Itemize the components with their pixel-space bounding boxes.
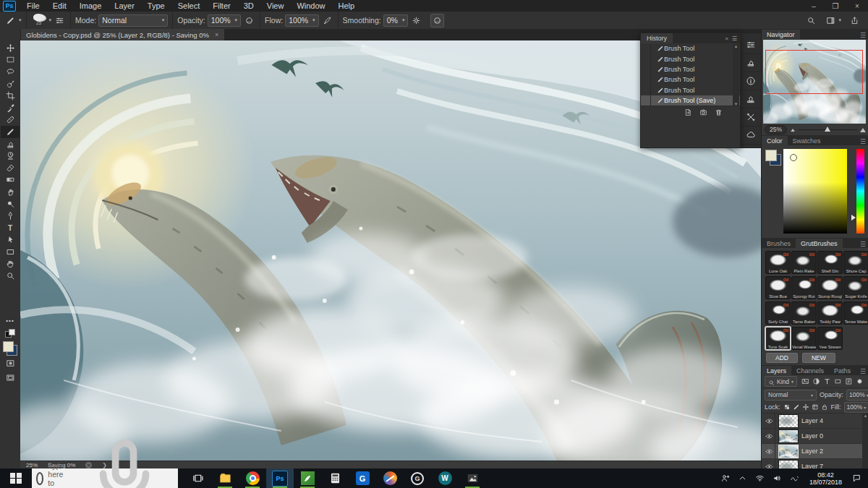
tab-brushes-grutbrushes[interactable]: GrutBrushes xyxy=(796,239,843,248)
brushes-menu-icon[interactable]: ☰ xyxy=(860,241,868,248)
layers-menu-icon[interactable]: ☰ xyxy=(860,368,868,375)
navigator-zoom-field[interactable]: 25% xyxy=(765,125,787,134)
menu-layer[interactable]: Layer xyxy=(108,0,141,12)
taskbar-sketch-app[interactable] xyxy=(294,468,321,488)
navigator-zoom-slider[interactable] xyxy=(790,128,866,132)
brush-tile[interactable]: OilTeddy Paw xyxy=(817,301,843,325)
lock-transparent-icon[interactable] xyxy=(783,403,791,411)
menu-select[interactable]: Select xyxy=(171,0,207,12)
brush-tile[interactable]: OilLone Oak xyxy=(765,251,791,274)
brush-tile[interactable]: OilYew Strewn xyxy=(817,327,843,350)
filter-toggle-icon[interactable] xyxy=(856,377,864,385)
menu-file[interactable]: File xyxy=(20,0,46,12)
saturation-field[interactable] xyxy=(783,149,847,234)
adjustment-filter-icon[interactable] xyxy=(812,377,820,385)
delete-icon[interactable] xyxy=(715,108,723,116)
flow-select[interactable]: 100%▾ xyxy=(285,14,318,27)
taskbar-painter-app[interactable] xyxy=(376,468,404,488)
navigator-thumbnail[interactable] xyxy=(763,40,866,124)
new-snapshot-icon[interactable] xyxy=(699,108,707,116)
layer-thumbnail[interactable] xyxy=(778,445,799,458)
tab-color-swatches[interactable]: Swatches xyxy=(788,136,826,145)
history-entry[interactable]: Brush Tool xyxy=(641,43,740,53)
history-scrollbar[interactable]: ▲▼ xyxy=(733,44,739,106)
panel-clone-source-button[interactable] xyxy=(741,54,761,72)
brush-tile[interactable]: OilPlein Rake xyxy=(791,251,817,274)
tool-rectangle[interactable] xyxy=(1,246,20,258)
tool-clone-stamp[interactable] xyxy=(1,138,20,150)
tool-pen[interactable] xyxy=(1,210,20,222)
color-menu-icon[interactable]: ☰ xyxy=(860,138,868,145)
taskbar-clock[interactable]: 08:42 18/07/2018 xyxy=(805,471,846,486)
panel-menu-icon[interactable]: ☰ xyxy=(732,35,737,42)
tab-navigator[interactable]: Navigator xyxy=(762,30,800,39)
layer-row[interactable]: Layer 2 xyxy=(762,444,868,459)
navigator-menu-icon[interactable]: ☰ xyxy=(860,32,868,39)
quick-mask-button[interactable] xyxy=(1,358,20,370)
tray-volume[interactable] xyxy=(769,468,786,488)
tab-history[interactable]: History xyxy=(641,33,673,43)
zoom-slider-thumb[interactable] xyxy=(825,127,830,132)
foreground-color-swatch[interactable] xyxy=(3,341,14,352)
add-button[interactable]: ADD xyxy=(766,353,798,363)
type-filter-icon[interactable] xyxy=(823,377,831,385)
smoothing-select[interactable]: 0%▾ xyxy=(383,14,409,27)
taskbar-file-explorer[interactable] xyxy=(211,468,239,488)
tool-move[interactable] xyxy=(1,42,20,54)
navigator-view-rect[interactable] xyxy=(765,50,864,95)
menu-3d[interactable]: 3D xyxy=(237,0,260,12)
tool-dodge[interactable] xyxy=(1,198,20,210)
document-tab[interactable]: Globidens - Copy.psd @ 25% (Layer 2, RGB… xyxy=(20,29,224,40)
shape-filter-icon[interactable] xyxy=(834,377,842,385)
hue-bar[interactable] xyxy=(856,149,864,234)
taskbar-task-view[interactable] xyxy=(184,468,211,488)
tab-close-icon[interactable]: × xyxy=(215,31,218,38)
tool-type[interactable]: T xyxy=(1,222,20,234)
zoom-out-icon[interactable] xyxy=(791,128,795,131)
more-tools-button[interactable]: ••• xyxy=(1,314,20,327)
tray-wifi[interactable] xyxy=(752,468,769,488)
brush-tile[interactable]: OilShelf Din xyxy=(817,251,843,274)
start-button[interactable] xyxy=(0,468,32,488)
tool-gradient[interactable] xyxy=(1,174,20,187)
tab-color-color[interactable]: Color xyxy=(762,136,788,145)
layer-name[interactable]: Layer 2 xyxy=(801,448,823,455)
pixel-filter-icon[interactable] xyxy=(801,377,809,385)
layer-name[interactable]: Layer 0 xyxy=(801,432,823,440)
color-cursor[interactable] xyxy=(790,154,797,161)
photoshop-logo[interactable]: Ps xyxy=(3,1,16,12)
screen-mode-button[interactable] xyxy=(1,372,20,384)
tool-marquee[interactable] xyxy=(1,54,20,67)
tool-path-selection[interactable] xyxy=(1,234,20,247)
menu-edit[interactable]: Edit xyxy=(46,0,73,12)
panel-cc-libraries-button[interactable] xyxy=(741,127,761,145)
menu-window[interactable]: Window xyxy=(290,0,331,12)
layer-thumbnail[interactable] xyxy=(778,429,799,443)
share-icon[interactable] xyxy=(848,14,861,27)
panel-tools-button[interactable] xyxy=(741,108,761,127)
tool-eraser[interactable] xyxy=(1,162,20,174)
layer-thumbnail[interactable] xyxy=(778,414,799,428)
pressure-size-icon[interactable] xyxy=(430,14,444,27)
menu-filter[interactable]: Filter xyxy=(206,0,237,12)
lock-all-icon[interactable] xyxy=(821,403,828,411)
menu-help[interactable]: Help xyxy=(332,0,362,12)
taskbar-chrome[interactable] xyxy=(239,468,266,488)
blend-mode-select[interactable]: Normal▾ xyxy=(98,14,168,27)
panel-brush-settings-button[interactable] xyxy=(741,36,761,54)
panel-tool-presets-button[interactable] xyxy=(741,90,761,108)
lock-pixels-icon[interactable] xyxy=(793,403,800,411)
tab-layers-paths[interactable]: Paths xyxy=(829,366,856,375)
brush-tile[interactable]: OilSpongy Rut xyxy=(791,276,817,299)
tab-brushes-brushes[interactable]: Brushes xyxy=(762,239,796,248)
taskbar-search[interactable]: Type here to search xyxy=(32,468,178,488)
zoom-in-icon[interactable] xyxy=(860,128,866,132)
airbrush-icon[interactable] xyxy=(321,14,333,27)
minimize-button[interactable]: – xyxy=(803,0,825,12)
tool-preset-picker[interactable]: ▾ xyxy=(0,12,27,29)
taskbar-g-circle-app[interactable]: G xyxy=(404,468,431,488)
action-center-icon[interactable] xyxy=(848,468,865,488)
gear-icon[interactable] xyxy=(410,14,422,27)
search-icon[interactable] xyxy=(805,14,817,27)
brush-tile[interactable]: OilTame Baker xyxy=(791,301,817,325)
